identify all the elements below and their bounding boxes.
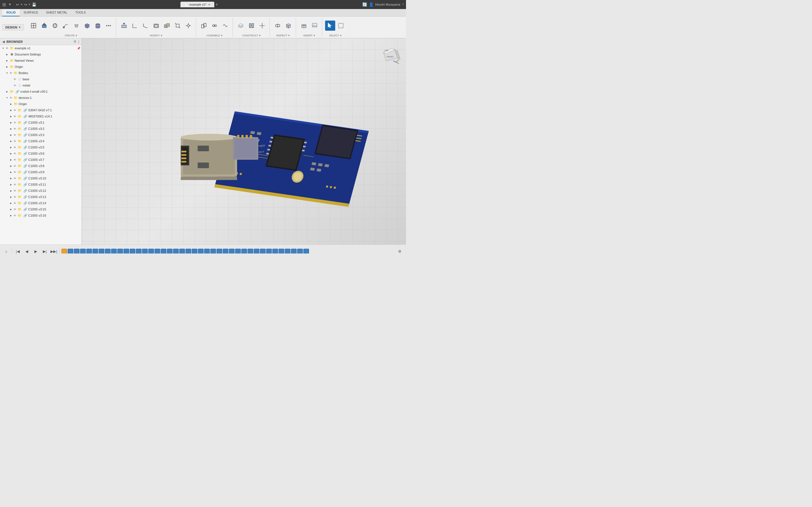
c100s-3-arrow[interactable]	[9, 133, 13, 137]
c100s-7-eye[interactable]: 👁	[13, 158, 16, 161]
tab-tools[interactable]: TOOLS	[71, 9, 90, 16]
c100s-11-eye[interactable]: 👁	[13, 183, 16, 186]
tree-item-c100s-6[interactable]: 👁 📁 🔗 C100S v3:6	[0, 151, 82, 157]
c100s-8-arrow[interactable]	[9, 164, 13, 168]
tree-item-c100s-7[interactable]: 👁 📁 🔗 C100S v3:7	[0, 157, 82, 163]
help-button[interactable]: ?	[402, 3, 404, 6]
timeline-step-20[interactable]	[186, 249, 191, 254]
nav-back-button[interactable]: ◀	[23, 247, 31, 254]
assemble-dropdown-icon[interactable]: ▼	[220, 34, 223, 37]
c100s-7-arrow[interactable]	[9, 158, 13, 162]
timeline-step-28[interactable]	[235, 249, 241, 254]
midplane-button[interactable]	[246, 20, 257, 31]
browser-resize-icon[interactable]: |	[79, 40, 79, 44]
orientation-cube[interactable]: FRONT TOP	[380, 44, 400, 64]
close-icon[interactable]: ✕	[208, 3, 210, 6]
origin-arrow[interactable]	[5, 65, 9, 69]
c100s-14-arrow[interactable]	[9, 201, 13, 205]
nav-play-button[interactable]: ▶	[32, 247, 40, 254]
tree-item-base[interactable]: 👁 □ base	[0, 76, 82, 82]
timeline-step-9[interactable]	[117, 249, 123, 254]
browser-collapse-icon[interactable]: ◀	[2, 40, 5, 44]
timeline-step-14[interactable]	[148, 249, 154, 254]
origin2-arrow[interactable]	[9, 102, 13, 106]
tab-solid[interactable]: SOLID	[2, 9, 20, 16]
timeline-step-26[interactable]	[223, 249, 229, 254]
new-component-button[interactable]	[199, 20, 209, 31]
fillet-button[interactable]	[130, 20, 140, 31]
timeline-step-38[interactable]	[297, 249, 303, 254]
more-create-button[interactable]	[103, 20, 114, 31]
insert-mesh-button[interactable]	[299, 20, 309, 31]
c100s-11-arrow[interactable]	[9, 182, 13, 186]
c100s-2-arrow[interactable]	[9, 127, 13, 131]
timeline-step-10[interactable]	[123, 249, 129, 254]
tab-surface[interactable]: SURFACE	[20, 9, 42, 16]
tree-item-named-views[interactable]: 📁 Named Views	[0, 57, 82, 64]
tree-item-c100s-14[interactable]: 👁 📁 🔗 C100S v3:14	[0, 200, 82, 206]
root-eye[interactable]: 👁	[6, 47, 8, 50]
chamfer-button[interactable]	[140, 20, 151, 31]
motion-link-button[interactable]	[220, 20, 231, 31]
timeline-step-29[interactable]	[241, 249, 247, 254]
active-tab[interactable]: 📄 example v1* ✕	[181, 2, 214, 7]
select-button[interactable]	[325, 20, 335, 31]
timeline-step-6[interactable]	[99, 249, 104, 254]
c100s-14-eye[interactable]: 👁	[13, 202, 16, 205]
s3047-arrow[interactable]	[9, 108, 13, 112]
timeline-step-4[interactable]	[86, 249, 92, 254]
timeline-step-8[interactable]	[111, 249, 117, 254]
timeline-step-12[interactable]	[136, 249, 142, 254]
timeline-step-31[interactable]	[254, 249, 259, 254]
revolve-button[interactable]	[50, 20, 60, 31]
tree-item-metal[interactable]: 👁 □ metal	[0, 82, 82, 89]
offset-plane-button[interactable]	[236, 20, 246, 31]
scale-button[interactable]	[172, 20, 183, 31]
timeline-step-23[interactable]	[204, 249, 210, 254]
timeline-step-11[interactable]	[130, 249, 135, 254]
c100s-15-eye[interactable]: 👁	[13, 208, 16, 211]
modify-dropdown-icon[interactable]: ▼	[160, 34, 163, 37]
c100s-10-eye[interactable]: 👁	[13, 177, 16, 180]
c100s-12-eye[interactable]: 👁	[13, 189, 16, 192]
account-icon[interactable]: 👤	[369, 2, 373, 7]
i480370-arrow[interactable]	[9, 114, 13, 118]
timeline-step-19[interactable]	[179, 249, 185, 254]
c100s-12-arrow[interactable]	[9, 189, 13, 193]
tree-item-c100s-4[interactable]: 👁 📁 🔗 C100S v3:4	[0, 138, 82, 144]
browser-settings-icon[interactable]: ⚙	[73, 40, 77, 44]
timeline-step-30[interactable]	[248, 249, 253, 254]
tree-item-origin2[interactable]: 📁 Origin	[0, 101, 82, 107]
timeline-step-18[interactable]	[173, 249, 179, 254]
save-button[interactable]: 💾	[32, 3, 36, 7]
c100s-4-eye[interactable]: 👁	[13, 140, 16, 143]
loft-button[interactable]	[71, 20, 82, 31]
i480370-eye[interactable]: 👁	[13, 115, 16, 118]
bodies-eye[interactable]: 👁	[10, 71, 12, 75]
timeline-step-15[interactable]	[154, 249, 160, 254]
box-button[interactable]	[82, 20, 92, 31]
joint-button[interactable]	[209, 20, 220, 31]
c100s-5-arrow[interactable]	[9, 145, 13, 149]
c100s-16-eye[interactable]: 👁	[13, 214, 16, 217]
tree-item-devices[interactable]: 👁 📁 devices:1	[0, 95, 82, 101]
viewport[interactable]: STUDIO SWCLK	[82, 38, 406, 244]
c100s-9-eye[interactable]: 👁	[13, 171, 16, 174]
inspect-dropdown-icon[interactable]: ▼	[288, 34, 290, 37]
timeline-step-16[interactable]	[161, 249, 166, 254]
extrude-button[interactable]	[39, 20, 49, 31]
timeline-step-35[interactable]	[278, 249, 284, 254]
cylinder-button[interactable]	[93, 20, 103, 31]
timeline-step-21[interactable]	[192, 249, 197, 254]
sync-icon[interactable]: 🔄	[362, 2, 367, 7]
timeline-step-33[interactable]	[266, 249, 272, 254]
c100s-10-arrow[interactable]	[9, 176, 13, 180]
tree-item-c100s-3[interactable]: 👁 📁 🔗 C100S v3:3	[0, 132, 82, 138]
c100s-1-eye[interactable]: 👁	[13, 121, 16, 124]
timeline-step-36[interactable]	[285, 249, 290, 254]
tree-item-c100s-10[interactable]: 👁 📁 🔗 C100S v3:10	[0, 175, 82, 181]
tree-item-c100s-5[interactable]: 👁 📁 🔗 C100S v3:5	[0, 144, 82, 151]
timeline-step-22[interactable]	[198, 249, 204, 254]
axis-button[interactable]	[257, 20, 267, 31]
doc-settings-arrow[interactable]	[5, 52, 9, 56]
